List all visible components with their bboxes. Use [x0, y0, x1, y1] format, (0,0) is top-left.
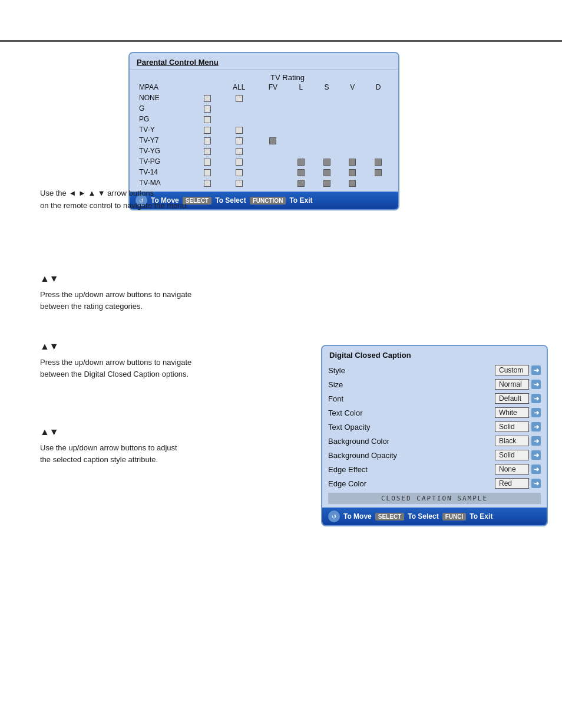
dcc-value-bg-opacity: Solid ➜ [495, 450, 541, 460]
dcc-value-bg-color-text: Black [495, 436, 529, 446]
dcc-value-text-opacity: Solid ➜ [495, 421, 541, 432]
col-v: V [339, 82, 365, 93]
table-row: PG [137, 114, 391, 124]
dcc-value-bg-color: Black ➜ [495, 436, 541, 446]
table-row: TV-14 [137, 167, 391, 177]
dcc-sample: CLOSED CAPTION SAMPLE [328, 493, 541, 504]
dcc-row-text-opacity: Text Opacity Solid ➜ [328, 420, 541, 434]
dcc-label-font: Font [328, 394, 495, 403]
dcc-arrow-font[interactable]: ➜ [531, 394, 541, 403]
dcc-row-edge-color: Edge Color Red ➜ [328, 476, 541, 490]
dcc-value-edge-effect-text: None [495, 464, 529, 475]
table-row: TV-Y7 [137, 135, 391, 146]
dcc-title: Digital Closed Caption [322, 346, 547, 363]
dcc-row-edge-effect: Edge Effect None ➜ [328, 462, 541, 476]
dcc-label-size: Size [328, 380, 495, 389]
dcc-exit-label: To Exit [470, 512, 492, 521]
dcc-label-bg-opacity: Background Opacity [328, 451, 495, 460]
dcc-move-label: To Move [343, 512, 372, 521]
col-s: S [314, 82, 340, 93]
dcc-row-font: Font Default ➜ [328, 391, 541, 406]
dcc-value-text-opacity-text: Solid [495, 421, 529, 432]
dcc-body: Style Custom ➜ Size Normal ➜ Font Defaul… [322, 363, 547, 508]
dcc-row-bg-color: Background Color Black ➜ [328, 434, 541, 448]
dcc-row-bg-opacity: Background Opacity Solid ➜ [328, 448, 541, 462]
body-text-4: ▲▼ Use the up/down arrow buttons to adju… [40, 424, 264, 466]
dcc-row-text-color: Text Color White ➜ [328, 406, 541, 420]
dcc-select-badge: SELECT [375, 513, 404, 521]
col-all: ALL [220, 82, 258, 93]
dcc-move-icon: ↺ [328, 510, 340, 522]
dcc-arrow-style[interactable]: ➜ [531, 365, 541, 375]
table-row: G [137, 103, 391, 114]
table-row: TV-Y [137, 124, 391, 135]
dcc-function-badge: FUNCI [442, 513, 467, 521]
parental-exit-label: To Exit [289, 196, 312, 205]
dcc-value-edge-color-text: Red [495, 478, 529, 489]
dcc-value-bg-opacity-text: Solid [495, 450, 529, 460]
dcc-label-bg-color: Background Color [328, 437, 495, 446]
dcc-arrow-edge-effect[interactable]: ➜ [531, 465, 541, 474]
table-row: TV-YG [137, 146, 391, 156]
mpaa-col-header: MPAA [137, 82, 194, 93]
dcc-value-text-color-text: White [495, 407, 529, 418]
dcc-value-edge-color: Red ➜ [495, 478, 541, 489]
dcc-arrow-edge-color[interactable]: ➜ [531, 479, 541, 488]
rating-table: MPAA ALL FV L S V D NONE G [137, 82, 391, 188]
dcc-value-style-text: Custom [495, 365, 529, 375]
col-fv: FV [258, 82, 288, 93]
tv-rating-header: TV Rating [137, 72, 391, 82]
parental-control-panel: Parental Control Menu TV Rating MPAA ALL… [128, 52, 399, 210]
dcc-value-size-text: Normal [495, 379, 529, 390]
dcc-panel: Digital Closed Caption Style Custom ➜ Si… [321, 345, 548, 526]
table-row: TV-PG [137, 156, 391, 167]
body-text-2: ▲▼ Press the up/down arrow buttons to na… [40, 271, 270, 313]
dcc-value-edge-effect: None ➜ [495, 464, 541, 475]
dcc-value-text-color: White ➜ [495, 407, 541, 418]
dcc-value-font-text: Default [495, 393, 529, 404]
dcc-row-style: Style Custom ➜ [328, 363, 541, 377]
body-text-1: Use the ◄ ► ▲ ▼ arrow buttons on the rem… [40, 187, 276, 212]
col-d: D [365, 82, 391, 93]
parental-title: Parental Control Menu [130, 53, 398, 70]
dcc-arrow-size[interactable]: ➜ [531, 380, 541, 389]
dcc-value-size: Normal ➜ [495, 379, 541, 390]
table-row: NONE [137, 93, 391, 103]
dcc-select-label: To Select [408, 512, 438, 521]
body-text-3: ▲▼ Press the up/down arrow buttons to na… [40, 339, 264, 381]
dcc-arrow-text-color[interactable]: ➜ [531, 408, 541, 417]
dcc-value-font: Default ➜ [495, 393, 541, 404]
dcc-label-edge-effect: Edge Effect [328, 465, 495, 474]
col-l: L [288, 82, 314, 93]
dcc-label-text-color: Text Color [328, 409, 495, 417]
dcc-row-size: Size Normal ➜ [328, 377, 541, 391]
dcc-arrow-text-opacity[interactable]: ➜ [531, 422, 541, 431]
dcc-label-text-opacity: Text Opacity [328, 423, 495, 431]
dcc-label-style: Style [328, 366, 495, 375]
top-rule [0, 40, 562, 42]
dcc-footer: ↺ To Move SELECT To Select FUNCI To Exit [322, 508, 547, 525]
dcc-arrow-bg-opacity[interactable]: ➜ [531, 450, 541, 460]
parental-body: TV Rating MPAA ALL FV L S V D NONE [130, 70, 398, 188]
dcc-label-edge-color: Edge Color [328, 479, 495, 488]
table-row: TV-MA [137, 177, 391, 188]
dcc-value-style: Custom ➜ [495, 365, 541, 375]
dcc-arrow-bg-color[interactable]: ➜ [531, 436, 541, 446]
